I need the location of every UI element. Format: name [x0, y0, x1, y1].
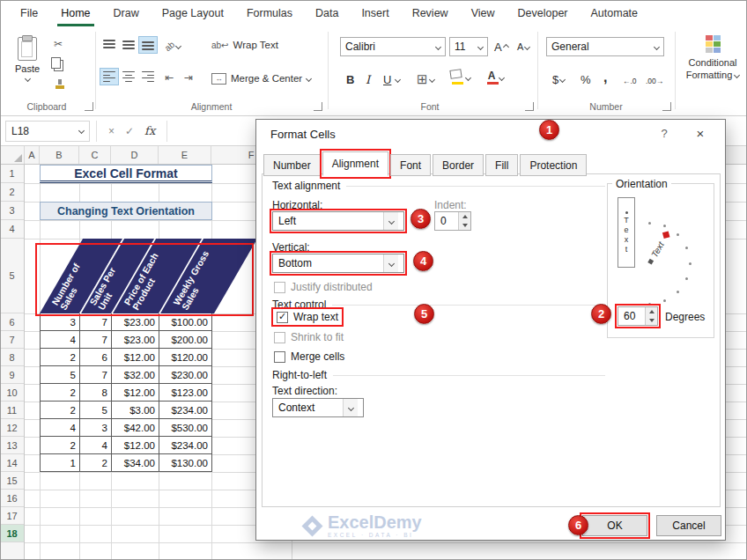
tab-file[interactable]: File [9, 0, 49, 26]
row-header-6[interactable]: 6 [0, 313, 24, 331]
cell[interactable]: $200.00 [159, 331, 212, 349]
cell[interactable]: 3 [41, 313, 80, 331]
dialog-titlebar[interactable]: Format Cells ? × [256, 120, 725, 148]
select-all-corner[interactable] [0, 146, 25, 164]
column-header-c[interactable]: C [79, 146, 111, 164]
cell[interactable]: $123.00 [159, 384, 212, 402]
grow-font-button[interactable]: A [492, 38, 511, 55]
row-header-12[interactable]: 12 [0, 419, 24, 437]
row-header-4[interactable]: 4 [0, 220, 24, 239]
tab-insert[interactable]: Insert [350, 0, 400, 26]
percent-style-button[interactable]: % [578, 70, 594, 88]
underline-button[interactable]: U [381, 70, 403, 88]
row-header-14[interactable]: 14 [0, 454, 24, 472]
italic-button[interactable]: I [363, 70, 373, 88]
cell[interactable]: 7 [80, 366, 112, 384]
dialog-tab-font[interactable]: Font [390, 154, 431, 176]
cell[interactable]: $12.00 [112, 384, 159, 402]
cell[interactable]: $530.00 [159, 419, 212, 437]
cell[interactable]: $12.00 [112, 349, 159, 366]
name-box[interactable]: L18 [5, 121, 90, 142]
cell[interactable]: $234.00 [159, 402, 212, 419]
tab-draw[interactable]: Draw [102, 0, 151, 26]
shrink-font-button[interactable]: A [514, 38, 532, 55]
row-header-17[interactable]: 17 [0, 507, 24, 525]
tab-review[interactable]: Review [401, 0, 460, 26]
row-header-10[interactable]: 10 [0, 384, 24, 402]
accounting-format-button[interactable]: $ [550, 70, 567, 88]
cell[interactable]: 4 [80, 437, 112, 454]
number-dialog-launcher-icon[interactable] [662, 102, 671, 111]
dialog-tab-fill[interactable]: Fill [485, 154, 518, 176]
spinner-buttons[interactable] [458, 212, 470, 230]
row-header-7[interactable]: 7 [0, 331, 24, 349]
orientation-vertical-text-option[interactable]: Text [618, 197, 635, 268]
cell[interactable]: 4 [41, 419, 80, 437]
cell[interactable]: $23.00 [112, 331, 159, 349]
cell[interactable]: $12.00 [112, 437, 159, 454]
number-format-combo[interactable]: General [546, 37, 664, 56]
increase-indent-button[interactable]: ⇥ [181, 69, 196, 86]
cell[interactable]: 4 [41, 331, 80, 349]
align-center-button[interactable] [120, 69, 137, 85]
column-header-a[interactable]: A [25, 146, 40, 164]
decrease-decimal-button[interactable]: .00→ [643, 72, 666, 90]
wrap-text-button[interactable]: ab↩ Wrap Text [211, 35, 278, 55]
fill-color-button[interactable] [447, 69, 473, 86]
comma-style-button[interactable]: , [601, 69, 610, 86]
cell[interactable]: 7 [80, 313, 112, 331]
decrease-indent-button[interactable]: ⇤ [162, 69, 176, 86]
cell[interactable]: $120.00 [159, 349, 212, 366]
dialog-tab-border[interactable]: Border [433, 154, 484, 176]
cell[interactable]: 1 [41, 454, 80, 472]
horizontal-dropdown[interactable]: Left [272, 211, 404, 231]
tab-page-layout[interactable]: Page Layout [151, 0, 235, 26]
cell[interactable]: 3 [80, 419, 112, 437]
font-dialog-launcher-icon[interactable] [525, 102, 534, 111]
align-top-button[interactable] [100, 37, 118, 53]
shrink-to-fit-checkbox[interactable] [274, 332, 285, 343]
cell[interactable]: $23.00 [112, 313, 159, 331]
merge-cells-checkbox-row[interactable]: Merge cells [274, 350, 344, 363]
cut-button[interactable]: ✂ [51, 35, 65, 53]
row-header-3[interactable]: 3 [0, 202, 24, 220]
format-painter-button[interactable] [52, 76, 68, 93]
wrap-text-checkbox-row[interactable]: Wrap text [274, 310, 341, 324]
row-header-1[interactable]: 1 [0, 165, 24, 183]
cell[interactable]: $234.00 [159, 437, 212, 454]
alignment-dialog-launcher-icon[interactable] [314, 102, 322, 111]
cell[interactable]: 2 [41, 349, 80, 366]
paste-button[interactable]: Paste [7, 33, 48, 99]
copy-button[interactable] [51, 55, 66, 72]
orientation-button[interactable]: ab [162, 37, 183, 55]
ok-button[interactable]: OK [582, 515, 647, 536]
justify-distributed-checkbox[interactable] [274, 282, 285, 293]
row-header-18[interactable]: 18 [0, 525, 24, 542]
degrees-spinner[interactable]: 60 [618, 306, 658, 326]
row-header-8[interactable]: 8 [0, 349, 24, 366]
font-color-button[interactable]: A [483, 69, 507, 86]
font-name-combo[interactable]: Calibri [340, 37, 446, 56]
tab-developer[interactable]: Developer [507, 0, 580, 26]
align-right-button[interactable] [139, 69, 157, 85]
wrap-text-checkbox[interactable] [277, 312, 288, 323]
tab-data[interactable]: Data [304, 0, 350, 26]
indent-spinner[interactable]: 0 [434, 211, 471, 231]
row-header-11[interactable]: 11 [0, 402, 24, 419]
row-header-15[interactable]: 15 [0, 472, 24, 490]
sheet-title-cell[interactable]: Excel Cell Format [40, 165, 212, 183]
increase-decimal-button[interactable]: ←.0 [620, 72, 640, 90]
cell[interactable]: $230.00 [159, 366, 212, 384]
clipboard-dialog-launcher-icon[interactable] [85, 102, 93, 111]
row-header-2[interactable]: 2 [0, 183, 24, 202]
cell[interactable]: 7 [80, 331, 112, 349]
merge-center-button[interactable]: ↔ Merge & Center [211, 69, 311, 88]
cell[interactable]: 2 [80, 454, 112, 472]
font-size-combo[interactable]: 11 [449, 37, 488, 56]
cell[interactable]: 5 [41, 366, 80, 384]
tab-home[interactable]: Home [49, 0, 101, 26]
dialog-tab-alignment[interactable]: Alignment [322, 151, 388, 176]
tab-automate[interactable]: Automate [580, 0, 650, 26]
dialog-tab-number[interactable]: Number [263, 154, 321, 176]
justify-distributed-checkbox-row[interactable]: Justify distributed [274, 281, 373, 293]
